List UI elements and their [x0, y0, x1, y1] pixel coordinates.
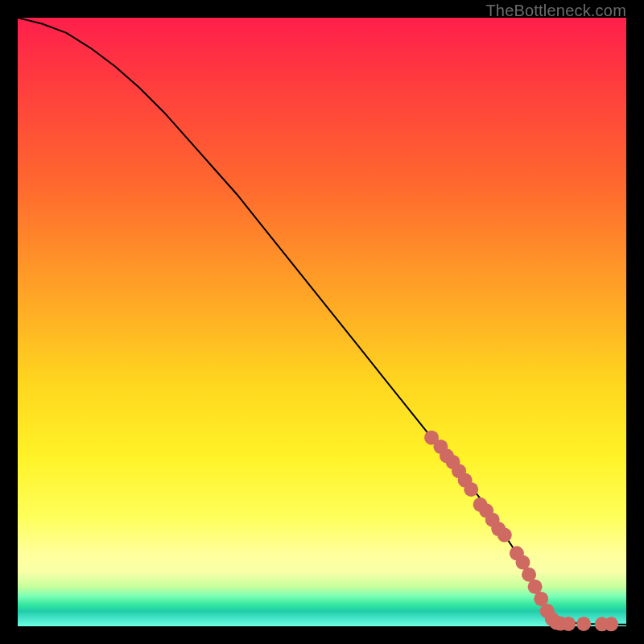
data-point: [604, 617, 618, 631]
curve-line: [18, 18, 626, 625]
chart-frame: [18, 18, 626, 626]
chart-overlay: [18, 18, 626, 626]
watermark-text: TheBottleneck.com: [485, 2, 626, 20]
data-point: [464, 482, 478, 497]
data-point: [561, 617, 576, 631]
data-point: [497, 528, 512, 543]
data-point: [576, 617, 591, 631]
